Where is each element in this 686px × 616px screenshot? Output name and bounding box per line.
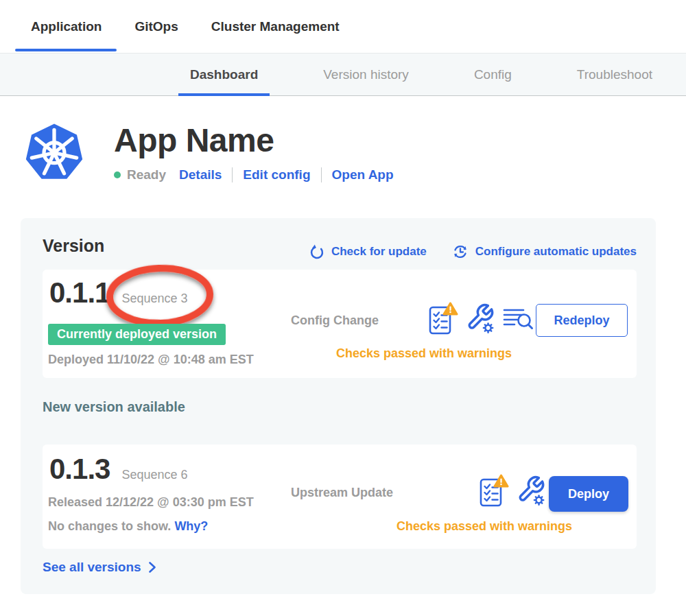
new-version-row: 0.1.3 Sequence 6 <box>49 453 188 486</box>
nav-application[interactable]: Application <box>31 0 102 53</box>
current-version-source: Config Change <box>291 313 379 328</box>
current-checks-status: Checks passed with warnings <box>336 346 512 361</box>
nav-cluster-management[interactable]: Cluster Management <box>211 0 340 53</box>
tab-config[interactable]: Config <box>474 54 512 95</box>
new-version-icons <box>479 473 545 508</box>
configure-auto-updates-link[interactable]: Configure automatic updates <box>451 243 637 261</box>
new-version-available-heading: New version available <box>43 399 185 415</box>
no-changes-label: No changes to show. <box>48 519 171 533</box>
new-version-number: 0.1.3 <box>49 453 110 486</box>
edit-config-link[interactable]: Edit config <box>243 167 310 182</box>
app-status: Ready <box>127 167 166 182</box>
current-version-icons <box>428 301 534 335</box>
version-section: Version Check for update Configure autom… <box>21 218 656 594</box>
divider <box>321 167 322 182</box>
details-link[interactable]: Details <box>179 167 222 182</box>
see-all-versions-link[interactable]: See all versions <box>43 560 156 575</box>
check-for-update-link[interactable]: Check for update <box>309 243 427 261</box>
deploy-button[interactable]: Deploy <box>549 476 628 512</box>
released-timestamp: Released 12/12/22 @ 03:30 pm EST <box>48 495 254 510</box>
current-version-row: 0.1.1 Sequence 3 <box>49 276 188 309</box>
new-checks-status: Checks passed with warnings <box>397 519 572 534</box>
tab-version-history[interactable]: Version history <box>323 54 409 95</box>
new-version-sequence: Sequence 6 <box>121 468 187 482</box>
open-app-link[interactable]: Open App <box>332 167 394 182</box>
redeploy-button[interactable]: Redeploy <box>536 304 628 337</box>
preflight-checks-icon[interactable] <box>428 301 458 335</box>
primary-nav: Application GitOps Cluster Management <box>0 0 686 53</box>
current-version-card: 0.1.1 Sequence 3 Currently deployed vers… <box>43 270 637 378</box>
current-version-sequence: Sequence 3 <box>121 292 187 306</box>
new-version-source: Upstream Update <box>291 486 393 500</box>
nav-gitops[interactable]: GitOps <box>134 0 178 53</box>
config-wrench-icon[interactable] <box>517 475 545 506</box>
app-tabs-nav: Dashboard Version history Config Trouble… <box>0 53 686 96</box>
page: Application GitOps Cluster Management Da… <box>0 0 686 616</box>
new-version-card: 0.1.3 Sequence 6 Released 12/12/22 @ 03:… <box>43 445 637 549</box>
current-version-number: 0.1.1 <box>49 276 110 309</box>
view-files-icon[interactable] <box>502 305 534 331</box>
divider <box>232 167 233 182</box>
see-all-versions-label: See all versions <box>43 560 141 575</box>
config-wrench-icon[interactable] <box>466 303 495 334</box>
no-changes-text: No changes to show. Why? <box>48 519 208 534</box>
tab-dashboard[interactable]: Dashboard <box>190 54 258 95</box>
kubernetes-logo-icon <box>24 121 84 182</box>
deployed-timestamp: Deployed 11/10/22 @ 10:48 am EST <box>48 353 254 367</box>
tab-troubleshoot[interactable]: Troubleshoot <box>577 54 652 95</box>
preflight-checks-icon[interactable] <box>479 473 509 508</box>
check-for-update-label: Check for update <box>331 245 427 259</box>
auto-update-clock-icon <box>451 243 469 261</box>
update-links: Check for update Configure automatic upd… <box>309 243 637 261</box>
configure-auto-updates-label: Configure automatic updates <box>475 245 637 259</box>
app-status-row: Ready Details Edit config Open App <box>114 167 394 182</box>
currently-deployed-badge: Currently deployed version <box>48 324 226 345</box>
why-link[interactable]: Why? <box>174 519 208 533</box>
status-dot-icon <box>114 171 121 178</box>
chevron-right-icon <box>148 561 156 573</box>
version-heading: Version <box>43 236 104 256</box>
refresh-icon <box>309 244 325 260</box>
app-title: App Name <box>114 123 394 158</box>
app-header: App Name Ready Details Edit config Open … <box>24 121 394 182</box>
